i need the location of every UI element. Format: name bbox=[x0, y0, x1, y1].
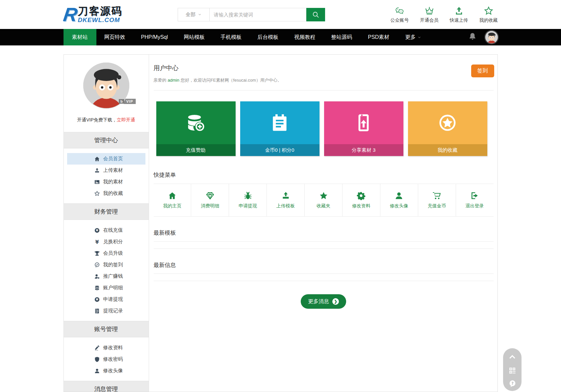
card-label: 金币0 | 积分0 bbox=[240, 144, 319, 156]
header-link-label: 我的收藏 bbox=[479, 17, 498, 23]
share-device-icon bbox=[353, 113, 374, 133]
quick-menu-edit-profile[interactable]: 修改资料 bbox=[342, 184, 380, 216]
avatar-image bbox=[485, 31, 498, 43]
diamond-icon bbox=[206, 191, 215, 200]
sidebar-item-online-recharge[interactable]: 在线充值 bbox=[67, 224, 145, 236]
qr-code-button[interactable] bbox=[508, 367, 516, 375]
nav-item-video-tutorials[interactable]: 视频教程 bbox=[286, 29, 323, 45]
more-messages-button[interactable]: 更多消息 ❯ bbox=[301, 294, 346, 309]
vip-activate-link[interactable]: 立即开通 bbox=[117, 117, 135, 122]
signin-button[interactable]: 签到 bbox=[471, 65, 494, 77]
sidebar: b VIP 开通VIP免费下载，立即开通 管理中心 会员首页 上传素材 我的素材 bbox=[64, 55, 149, 392]
sidebar-item-member-home[interactable]: 会员首页 bbox=[67, 153, 145, 165]
bug-icon bbox=[243, 191, 252, 200]
sidebar-item-withdraw-record[interactable]: 提现记录 bbox=[67, 305, 145, 317]
upload-icon bbox=[454, 6, 464, 16]
sidebar-section-account: 账号管理 bbox=[64, 321, 149, 337]
main-nav: 素材站 网页特效 PHP/MySql 网站模板 手机模板 后台模板 视频教程 整… bbox=[0, 29, 561, 45]
quick-menu: 我的主页 消费明细 申请提现 上传模板 收藏夹 修改资料 修改头 bbox=[154, 184, 494, 217]
card-label: 我的收藏 bbox=[408, 144, 487, 156]
nav-item-admin-templates[interactable]: 后台模板 bbox=[249, 29, 286, 45]
vip-promo-text: 开通VIP免费下载，立即开通 bbox=[77, 117, 135, 123]
sidebar-item-my-material[interactable]: 我的素材 bbox=[67, 176, 145, 188]
nav-item-material[interactable]: 素材站 bbox=[64, 29, 96, 45]
notification-bell-button[interactable] bbox=[468, 32, 477, 42]
search-button[interactable] bbox=[306, 8, 325, 21]
user-icon bbox=[94, 368, 100, 374]
quick-menu-spending-detail[interactable]: 消费明细 bbox=[191, 184, 229, 216]
user-plus-icon bbox=[94, 274, 100, 279]
sidebar-item-change-password[interactable]: 修改密码 bbox=[67, 353, 145, 365]
quick-menu-change-avatar[interactable]: 修改头像 bbox=[380, 184, 418, 216]
pencil-icon bbox=[94, 345, 100, 351]
quick-menu-logout[interactable]: 退出登录 bbox=[456, 184, 494, 216]
profile-block: b VIP 开通VIP免费下载，立即开通 bbox=[64, 55, 149, 132]
header-link-label: 快速上传 bbox=[450, 17, 468, 23]
header-link-vip[interactable]: 开通会员 bbox=[420, 6, 439, 23]
sidebar-section-messages: 消息管理 bbox=[64, 381, 149, 392]
quick-menu-favorites[interactable]: 收藏夹 bbox=[304, 184, 342, 216]
coins-plus-icon bbox=[186, 113, 206, 133]
quick-menu-my-homepage[interactable]: 我的主页 bbox=[154, 184, 191, 216]
chevron-up-icon bbox=[508, 353, 517, 362]
sidebar-item-my-favorites[interactable]: 我的收藏 bbox=[67, 188, 145, 199]
wechat-icon bbox=[395, 6, 405, 16]
header-link-favorites[interactable]: 我的收藏 bbox=[479, 6, 498, 23]
content-container: b VIP 开通VIP免费下载，立即开通 管理中心 会员首页 上传素材 我的素材 bbox=[64, 54, 498, 392]
latest-news-empty bbox=[154, 274, 494, 281]
latest-templates-title: 最新模板 bbox=[154, 229, 494, 242]
sidebar-item-upload-material[interactable]: 上传素材 bbox=[67, 165, 145, 176]
yen-circle-icon bbox=[94, 227, 100, 233]
nav-item-web-templates[interactable]: 网站模板 bbox=[176, 29, 213, 45]
card-my-favorites[interactable]: 我的收藏 bbox=[408, 101, 487, 156]
quick-menu-title: 快捷菜单 bbox=[154, 171, 494, 184]
star-icon bbox=[484, 6, 494, 16]
sidebar-item-member-upgrade[interactable]: 会员升级 bbox=[67, 248, 145, 259]
sidebar-item-promotion[interactable]: 推广赚钱 bbox=[67, 271, 145, 282]
sidebar-item-change-avatar[interactable]: 修改头像 bbox=[67, 365, 145, 377]
vip-badge: b VIP bbox=[119, 99, 136, 104]
sidebar-item-withdraw-apply[interactable]: 申请提现 bbox=[67, 294, 145, 305]
nav-item-psd[interactable]: PSD素材 bbox=[360, 29, 397, 45]
card-recharge[interactable]: 充值赞助 bbox=[156, 101, 236, 156]
card-shared-material[interactable]: 分享素材 3 bbox=[324, 101, 403, 156]
nav-item-effects[interactable]: 网页特效 bbox=[96, 29, 133, 45]
sidebar-item-exchange-points[interactable]: 兑换积分 bbox=[67, 236, 145, 248]
card-coins-points[interactable]: 金币0 | 积分0 bbox=[240, 101, 319, 156]
nav-item-full-source[interactable]: 整站源码 bbox=[323, 29, 360, 45]
yen-icon bbox=[94, 239, 100, 245]
help-button[interactable] bbox=[508, 379, 517, 388]
nav-user-avatar[interactable] bbox=[485, 31, 498, 43]
nav-item-php[interactable]: PHP/MySql bbox=[133, 29, 176, 45]
avatar-icon bbox=[395, 191, 403, 200]
logout-icon bbox=[470, 191, 479, 200]
header-link-label: 公众账号 bbox=[391, 17, 409, 23]
logo-domain: DKEWL.COM bbox=[78, 17, 122, 23]
sidebar-item-edit-profile[interactable]: 修改资料 bbox=[67, 342, 145, 353]
nav-item-more[interactable]: 更多 bbox=[397, 29, 429, 45]
sidebar-item-account-detail[interactable]: 账户明细 bbox=[67, 282, 145, 294]
floating-toolbar bbox=[503, 348, 522, 391]
stat-cards: 充值赞助 金币0 | 积分0 分享素材 3 我的收藏 bbox=[154, 101, 494, 156]
chevron-down-icon bbox=[417, 35, 421, 39]
header-link-wechat[interactable]: 公众账号 bbox=[391, 6, 409, 23]
sidebar-item-my-signin[interactable]: 我的签到 bbox=[67, 259, 145, 271]
quick-menu-recharge-coins[interactable]: 充值金币 bbox=[418, 184, 456, 216]
search-category-select[interactable]: 全部 bbox=[178, 8, 209, 21]
search-input[interactable] bbox=[209, 8, 306, 21]
user-avatar[interactable]: b VIP bbox=[83, 63, 129, 109]
yen-circle-icon bbox=[94, 297, 100, 302]
star-medal-icon bbox=[437, 113, 458, 133]
back-to-top-button[interactable] bbox=[508, 353, 517, 362]
home-icon bbox=[94, 156, 100, 162]
quick-menu-upload-template[interactable]: 上传模板 bbox=[267, 184, 304, 216]
home-icon bbox=[168, 191, 177, 200]
quick-menu-withdraw-apply[interactable]: 申请提现 bbox=[229, 184, 267, 216]
site-logo[interactable]: R 刀客源码 DKEWL.COM bbox=[64, 5, 123, 24]
nav-item-mobile-templates[interactable]: 手机模板 bbox=[213, 29, 249, 45]
sidebar-section-management: 管理中心 bbox=[64, 132, 149, 148]
search-icon bbox=[312, 11, 319, 18]
username: admin bbox=[168, 78, 179, 83]
header-link-upload[interactable]: 快速上传 bbox=[450, 6, 468, 23]
document-icon bbox=[94, 308, 100, 314]
